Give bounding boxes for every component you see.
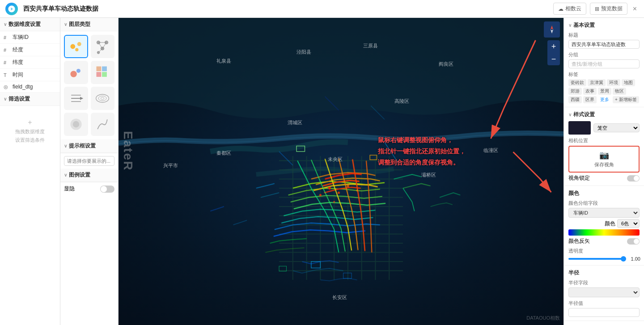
style-settings-section: ∨ 样式设置 笼空 相机位置 📷 保存视角 视角锁 bbox=[564, 107, 644, 186]
color-count-select[interactable]: 6色 bbox=[617, 219, 640, 228]
tag-8[interactable]: 牧区 bbox=[613, 88, 626, 95]
chevron-icon-2: ∨ bbox=[4, 97, 7, 101]
fields-list: # 车辆ID # 经度 # 纬度 T 时间 ◎ field_dtg bbox=[0, 31, 60, 93]
tag-5[interactable]: 郊游 bbox=[568, 88, 582, 95]
color-group-select[interactable]: 车辆ID bbox=[568, 208, 640, 218]
svg-point-31 bbox=[319, 194, 322, 196]
basic-settings-section: ∨ 基本设置 标题 分组 标签 瓷砖款 京津翼 环境 地图 郊游 农事 景周 牧… bbox=[564, 18, 644, 107]
view-lock-row: 视角锁定 bbox=[568, 174, 640, 182]
svg-marker-21 bbox=[80, 97, 83, 100]
main-layout: ∨ 数据维度设置 # 车辆ID # 经度 # 纬度 T 时间 ◎ field_d… bbox=[0, 18, 644, 325]
hint-section bbox=[60, 153, 118, 169]
tag-7[interactable]: 景周 bbox=[598, 88, 611, 95]
color-reverse-toggle[interactable] bbox=[627, 238, 640, 245]
tag-4[interactable]: 地图 bbox=[622, 79, 635, 86]
legend-title: 图例设置 bbox=[69, 171, 90, 179]
transparency-slider[interactable] bbox=[568, 258, 626, 260]
plus-icon: + bbox=[28, 118, 32, 127]
layer-contour[interactable] bbox=[91, 87, 115, 110]
new-tag-button[interactable]: + 新增标签 bbox=[613, 96, 639, 103]
view-lock-label: 视角锁定 bbox=[568, 174, 590, 182]
radius-settings-title: 半径 bbox=[568, 269, 640, 277]
svg-line-11 bbox=[98, 49, 102, 53]
svg-line-9 bbox=[98, 42, 102, 49]
map-watermark: DATAOUO相数 bbox=[526, 315, 560, 321]
svg-rect-15 bbox=[102, 67, 107, 72]
map-container[interactable]: EateR 三原县 礼泉县 泾阳县 阎良区 高陵区 渭城区 秦都区 兴平市 未央… bbox=[119, 18, 564, 325]
right-panel: ∨ 基本设置 标题 分组 标签 瓷砖款 京津翼 环境 地图 郊游 农事 景周 牧… bbox=[564, 18, 644, 325]
hint-title: 提示框设置 bbox=[69, 142, 96, 150]
svg-marker-39 bbox=[551, 30, 553, 34]
radius-field-select[interactable] bbox=[568, 287, 640, 297]
radius-settings-section: 半径 半径字段 半径值 bbox=[564, 266, 644, 321]
layer-panel: ∨ 图层类型 bbox=[60, 18, 119, 325]
close-button[interactable]: × bbox=[631, 3, 639, 15]
preview-button[interactable]: ⊞ 预览数据 bbox=[590, 3, 627, 15]
zoom-out-button[interactable]: − bbox=[547, 53, 560, 65]
title-input[interactable] bbox=[568, 40, 640, 49]
page-title: 西安共享单车动态轨迹数据 bbox=[23, 5, 548, 13]
layer-type-title: 图层类型 bbox=[69, 21, 90, 28]
top-bar: 西安共享单车动态轨迹数据 ☁ 相数云 ⊞ 预览数据 × bbox=[0, 0, 644, 18]
tag-2[interactable]: 京津翼 bbox=[588, 79, 606, 86]
chevron-icon-3: ∨ bbox=[64, 22, 67, 27]
radius-value-input[interactable] bbox=[568, 308, 640, 317]
tag-3[interactable]: 环境 bbox=[607, 79, 620, 86]
chevron-icon-6: ∨ bbox=[568, 23, 572, 28]
svg-point-30 bbox=[356, 190, 358, 191]
chevron-icon-7: ∨ bbox=[568, 112, 572, 117]
style-select[interactable]: 笼空 bbox=[593, 123, 640, 132]
color-settings-section: 颜色 颜色分组字段 车辆ID 颜色 6色 颜色反矢 bbox=[564, 186, 644, 266]
tag-9[interactable]: 西疆 bbox=[568, 96, 582, 103]
transparency-slider-row: 1.00 bbox=[568, 256, 640, 262]
view-lock-toggle[interactable] bbox=[627, 175, 640, 181]
hash-icon: # bbox=[4, 35, 10, 40]
layer-heatmap[interactable] bbox=[91, 61, 115, 84]
camera-position-box: 📷 保存视角 bbox=[568, 146, 640, 173]
field-latitude[interactable]: # 纬度 bbox=[0, 56, 60, 69]
legend-toggle-row: 显隐 bbox=[64, 185, 114, 193]
tags-label: 标签 bbox=[568, 71, 640, 78]
dimensions-header: ∨ 数据维度设置 bbox=[0, 18, 60, 31]
field-dtg[interactable]: ◎ field_dtg bbox=[0, 81, 60, 93]
color-group-label: 颜色分组字段 bbox=[568, 200, 640, 207]
svg-point-1 bbox=[70, 44, 75, 49]
color-reverse-label: 颜色反矢 bbox=[568, 237, 590, 245]
legend-toggle[interactable] bbox=[100, 186, 114, 193]
field-vehicle-id[interactable]: # 车辆ID bbox=[0, 31, 60, 44]
camera-title-label: 相机位置 bbox=[568, 137, 640, 144]
transparency-value: 1.00 bbox=[628, 256, 640, 262]
layer-scatter[interactable] bbox=[64, 35, 88, 58]
color-reverse-row: 颜色反矢 bbox=[568, 237, 640, 245]
color-count-text: 颜色 bbox=[605, 220, 615, 228]
svg-rect-14 bbox=[97, 67, 102, 72]
circle-icon: ◎ bbox=[4, 84, 10, 90]
hint-input[interactable] bbox=[64, 156, 114, 166]
radius-value-label: 半径值 bbox=[568, 300, 640, 307]
layer-network[interactable] bbox=[91, 35, 115, 58]
xiangshu-button[interactable]: ☁ 相数云 bbox=[553, 3, 586, 15]
style-preview-row: 笼空 bbox=[568, 121, 640, 135]
layer-bubble[interactable] bbox=[64, 113, 88, 136]
chevron-icon: ∨ bbox=[4, 22, 7, 27]
field-longitude[interactable]: # 经度 bbox=[0, 44, 60, 56]
chevron-icon-5: ∨ bbox=[64, 173, 67, 177]
color-settings-title: 颜色 bbox=[568, 190, 640, 197]
filter-section: + 拖拽数据维度 设置筛选条件 bbox=[0, 106, 60, 156]
group-input[interactable] bbox=[568, 59, 640, 68]
compass-button[interactable] bbox=[544, 21, 560, 38]
svg-point-13 bbox=[76, 69, 80, 73]
layer-colored-path[interactable] bbox=[64, 61, 88, 84]
tag-10[interactable]: 区界 bbox=[583, 96, 597, 103]
color-gradient-bar[interactable] bbox=[568, 229, 640, 236]
more-tags-button[interactable]: 更多 bbox=[598, 96, 611, 103]
style-preview-box bbox=[568, 121, 591, 135]
tag-1[interactable]: 瓷砖款 bbox=[568, 79, 586, 86]
zoom-in-button[interactable]: + bbox=[547, 40, 560, 53]
camera-icon: 📷 bbox=[599, 150, 609, 160]
tag-6[interactable]: 农事 bbox=[583, 88, 597, 95]
field-time[interactable]: T 时间 bbox=[0, 69, 60, 81]
layer-flow[interactable] bbox=[64, 87, 88, 110]
save-view-button[interactable]: 📷 保存视角 bbox=[594, 150, 614, 168]
layer-line[interactable] bbox=[91, 113, 115, 136]
